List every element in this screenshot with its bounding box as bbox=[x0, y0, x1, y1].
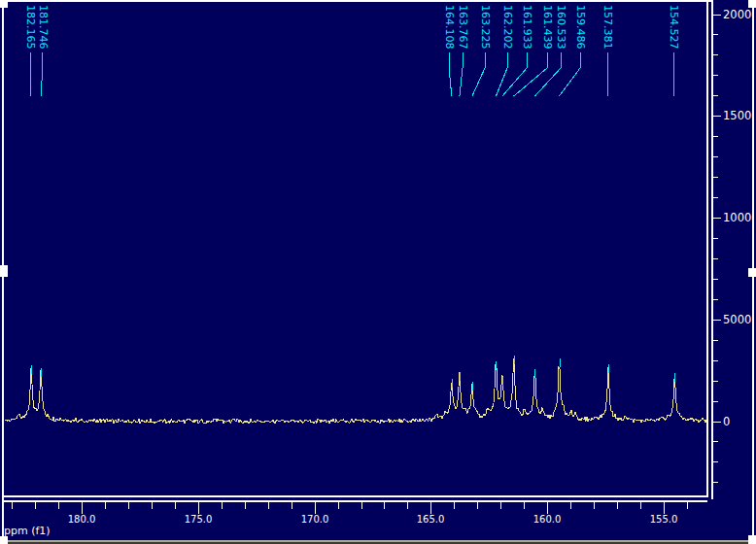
spectrum-plot-area[interactable] bbox=[0, 0, 756, 544]
scroll-handle-bottom-left[interactable] bbox=[0, 536, 8, 544]
scroll-handle-top-left[interactable] bbox=[0, 0, 8, 8]
peak-leader-line bbox=[41, 52, 43, 96]
scroll-handle-bottom-right[interactable] bbox=[748, 535, 756, 544]
peak-leader-line bbox=[514, 52, 547, 96]
scroll-handle-top-right[interactable] bbox=[748, 0, 756, 8]
scroll-handle-left-middle[interactable] bbox=[0, 265, 8, 277]
plot-frame-top-border bbox=[0, 0, 713, 2]
scroll-handle-right-middle[interactable] bbox=[748, 268, 756, 277]
nmr-spectrum-window: 180.0175.0170.0165.0160.0155.0 200001500… bbox=[0, 0, 756, 544]
peak-leader-line bbox=[449, 52, 452, 96]
spectrum-trace bbox=[5, 358, 706, 424]
peak-leader-line bbox=[496, 52, 507, 96]
peak-leader-line bbox=[560, 52, 581, 96]
plot-frame-bottom-border bbox=[2, 495, 707, 497]
peak-leader-line bbox=[534, 52, 561, 96]
peak-leader-line bbox=[502, 52, 527, 96]
y-axis-line bbox=[711, 0, 713, 499]
x-axis-title: ppm (f1) bbox=[4, 525, 51, 537]
peak-leader-line bbox=[460, 52, 463, 96]
plot-frame-right-border bbox=[706, 0, 708, 497]
x-axis-line bbox=[2, 500, 707, 502]
peak-leader-line bbox=[472, 52, 485, 96]
